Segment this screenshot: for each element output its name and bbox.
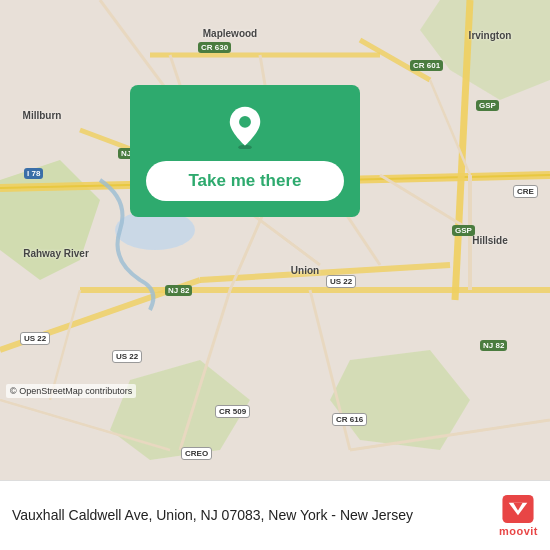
osm-credit: © OpenStreetMap contributors xyxy=(6,384,136,398)
map-svg xyxy=(0,0,550,480)
map-pin-icon xyxy=(223,105,267,149)
place-label: Rahway River xyxy=(23,248,89,259)
place-label: Hillside xyxy=(472,235,508,246)
road-badge: CR 630 xyxy=(198,42,231,53)
place-label: Millburn xyxy=(23,110,62,121)
address-text: Vauxhall Caldwell Ave, Union, NJ 07083, … xyxy=(12,506,487,526)
road-badge: CRE xyxy=(513,185,538,198)
place-label: Union xyxy=(291,265,319,276)
road-badge: US 22 xyxy=(326,275,356,288)
place-label: Irvington xyxy=(469,30,512,41)
svg-point-30 xyxy=(239,116,251,128)
road-badge: CR 616 xyxy=(332,413,367,426)
road-badge: US 22 xyxy=(112,350,142,363)
moovit-text: moovit xyxy=(499,525,538,537)
moovit-brand-icon xyxy=(502,495,534,523)
road-badge: GSP xyxy=(452,225,475,236)
road-badge: NJ 82 xyxy=(165,285,192,296)
road-badge: CREO xyxy=(181,447,212,460)
road-badge: CR 601 xyxy=(410,60,443,71)
road-badge: I 78 xyxy=(24,168,43,179)
road-badge: US 22 xyxy=(20,332,50,345)
road-badge: GSP xyxy=(476,100,499,111)
take-me-there-button[interactable]: Take me there xyxy=(146,161,344,201)
bottom-bar: Vauxhall Caldwell Ave, Union, NJ 07083, … xyxy=(0,480,550,550)
road-badge: CR 509 xyxy=(215,405,250,418)
moovit-logo: moovit xyxy=(499,495,538,537)
road-badge: NJ 82 xyxy=(480,340,507,351)
map-container: CR 630CR 601NJ 124I 78GSPGSPCR 606NJ 82N… xyxy=(0,0,550,480)
location-card: Take me there xyxy=(130,85,360,217)
place-label: Maplewood xyxy=(203,28,257,39)
